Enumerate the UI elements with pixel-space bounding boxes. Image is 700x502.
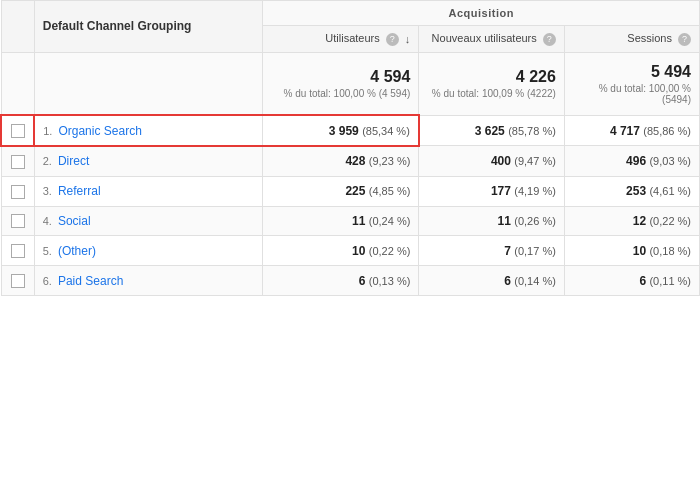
- row-number: 1.: [43, 125, 52, 137]
- nouveaux-help-icon[interactable]: ?: [543, 33, 556, 46]
- row-number: 4.: [43, 215, 52, 227]
- table-row: 2.Direct428 (9,23 %)400 (9,47 %)496 (9,0…: [1, 146, 700, 176]
- header-nouveaux: Nouveaux utilisateurs ?: [419, 26, 565, 53]
- header-check-empty: [1, 1, 34, 53]
- sessions-cell: 6 (0,11 %): [564, 266, 699, 296]
- sessions-help-icon[interactable]: ?: [678, 33, 691, 46]
- row-checkbox[interactable]: [11, 214, 25, 228]
- utilisateurs-help-icon[interactable]: ?: [386, 33, 399, 46]
- channel-link[interactable]: Paid Search: [58, 274, 123, 288]
- row-number: 2.: [43, 155, 52, 167]
- acquisition-group-header: Acquisition: [263, 1, 700, 26]
- channel-link[interactable]: Direct: [58, 154, 89, 168]
- nouveaux-cell: 6 (0,14 %): [419, 266, 565, 296]
- header-utilisateurs: Utilisateurs ? ↓: [263, 26, 419, 53]
- nouveaux-cell: 400 (9,47 %): [419, 146, 565, 176]
- sessions-cell: 253 (4,61 %): [564, 176, 699, 206]
- channel-link[interactable]: Social: [58, 214, 91, 228]
- table-row: 3.Referral225 (4,85 %)177 (4,19 %)253 (4…: [1, 176, 700, 206]
- totals-row: 4 594 % du total: 100,00 % (4 594) 4 226…: [1, 52, 700, 115]
- table-row: 5.(Other)10 (0,22 %)7 (0,17 %)10 (0,18 %…: [1, 236, 700, 266]
- channel-link[interactable]: Referral: [58, 184, 101, 198]
- row-checkbox[interactable]: [11, 124, 25, 138]
- utilisateurs-cell: 6 (0,13 %): [263, 266, 419, 296]
- row-number: 3.: [43, 185, 52, 197]
- nouveaux-cell: 7 (0,17 %): [419, 236, 565, 266]
- total-nouveaux: 4 226 % du total: 100,09 % (4222): [419, 52, 565, 115]
- nouveaux-cell: 3 625 (85,78 %): [419, 115, 565, 146]
- channel-link[interactable]: Organic Search: [58, 124, 141, 138]
- row-checkbox[interactable]: [11, 155, 25, 169]
- utilisateurs-cell: 428 (9,23 %): [263, 146, 419, 176]
- header-channel: Default Channel Grouping: [34, 1, 263, 53]
- nouveaux-cell: 177 (4,19 %): [419, 176, 565, 206]
- row-checkbox[interactable]: [11, 185, 25, 199]
- utilisateurs-sort-icon[interactable]: ↓: [405, 33, 411, 45]
- utilisateurs-cell: 10 (0,22 %): [263, 236, 419, 266]
- sessions-cell: 12 (0,22 %): [564, 206, 699, 236]
- utilisateurs-cell: 11 (0,24 %): [263, 206, 419, 236]
- sessions-cell: 496 (9,03 %): [564, 146, 699, 176]
- row-number: 6.: [43, 275, 52, 287]
- total-utilisateurs: 4 594 % du total: 100,00 % (4 594): [263, 52, 419, 115]
- total-sessions: 5 494 % du total: 100,00 % (5494): [564, 52, 699, 115]
- channel-link[interactable]: (Other): [58, 244, 96, 258]
- utilisateurs-cell: 3 959 (85,34 %): [263, 115, 419, 146]
- nouveaux-cell: 11 (0,26 %): [419, 206, 565, 236]
- utilisateurs-cell: 225 (4,85 %): [263, 176, 419, 206]
- row-checkbox[interactable]: [11, 274, 25, 288]
- sessions-cell: 4 717 (85,86 %): [564, 115, 699, 146]
- table-row: 4.Social11 (0,24 %)11 (0,26 %)12 (0,22 %…: [1, 206, 700, 236]
- row-checkbox[interactable]: [11, 244, 25, 258]
- table-row: 6.Paid Search6 (0,13 %)6 (0,14 %)6 (0,11…: [1, 266, 700, 296]
- row-number: 5.: [43, 245, 52, 257]
- header-sessions: Sessions ?: [564, 26, 699, 53]
- sessions-cell: 10 (0,18 %): [564, 236, 699, 266]
- highlighted-row: 1.Organic Search3 959 (85,34 %)3 625 (85…: [1, 115, 700, 146]
